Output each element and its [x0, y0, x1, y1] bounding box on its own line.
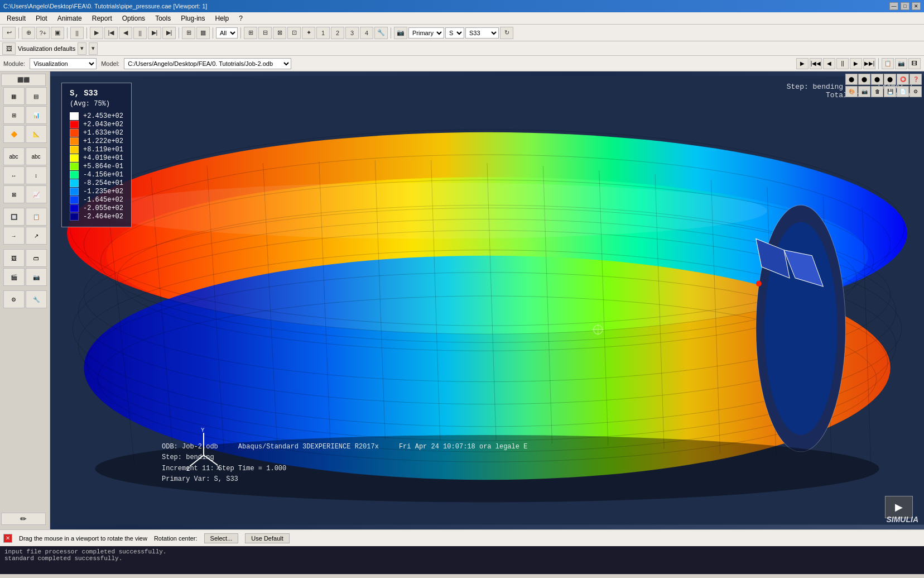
lt-btn-j2[interactable]: 📷 [26, 268, 47, 286]
lt-btn-d1[interactable]: abc [3, 147, 25, 165]
lt-btn-a1[interactable]: ▦ [3, 87, 25, 105]
vis-dropdown-btn[interactable]: ▾ [78, 42, 86, 55]
menu-plot[interactable]: Plot [31, 13, 52, 23]
lt-btn-a2[interactable]: ▤ [26, 87, 47, 105]
lt-btn-e2[interactable]: ↕ [26, 166, 47, 184]
tri-btn-11[interactable]: 📄 [897, 86, 909, 97]
lt-btn-b2[interactable]: 📊 [26, 106, 47, 124]
vis-extra-btn[interactable]: ▾ [89, 42, 98, 55]
menu-help[interactable]: Help [211, 13, 234, 23]
lt-btn-g2[interactable]: 📋 [26, 208, 47, 226]
menu-animate[interactable]: Animate [53, 13, 86, 23]
pb-next[interactable]: ▶ [850, 58, 862, 69]
restore-button[interactable]: □ [901, 2, 909, 10]
tri-btn-5[interactable]: ⭕ [897, 74, 909, 85]
tri-btn-1[interactable]: ⬤ [845, 74, 858, 85]
tb-btn-camera[interactable]: 📷 [394, 27, 407, 39]
tb-btn-prev[interactable]: ◀ [119, 27, 132, 39]
lt-btn-f2[interactable]: 📈 [26, 185, 47, 203]
pb-extra1[interactable]: 📋 [882, 58, 894, 69]
pb-last[interactable]: ▶▶| [863, 58, 875, 69]
select-button[interactable]: Select... [204, 533, 239, 543]
output-line2: standard completed successfully. [4, 555, 920, 562]
tb-btn-refresh[interactable]: ↻ [500, 27, 513, 39]
lt-btn-f1[interactable]: ⊠ [3, 185, 25, 203]
tb-btn-next[interactable]: ▶| [148, 27, 161, 39]
pb-pause[interactable]: || [836, 58, 849, 69]
tri-btn-6[interactable]: ❓ [909, 74, 922, 85]
tb-btn-cursor[interactable]: ⊕ [22, 27, 35, 39]
tb-btn-person[interactable]: 🔧 [374, 27, 388, 39]
lt-btn-k2[interactable]: 🔧 [26, 290, 47, 308]
close-button[interactable]: ✕ [912, 2, 921, 10]
primary-dropdown[interactable]: Primary [408, 27, 444, 39]
legend-value-5: +4.019e+01 [83, 154, 123, 162]
legend-color-4 [70, 146, 79, 154]
menu-report[interactable]: Report [88, 13, 117, 23]
tri-btn-2[interactable]: ⬤ [858, 74, 870, 85]
tri-btn-12[interactable]: ⚙ [909, 86, 922, 97]
tb-btn-grid[interactable]: ⊞ [182, 27, 195, 39]
tb-btn-a[interactable]: ⊞ [244, 27, 257, 39]
lt-btn-h1[interactable]: → [3, 227, 25, 245]
tb-btn-contour[interactable]: || [70, 27, 84, 39]
tb-btn-pause[interactable]: || [133, 27, 147, 39]
lt-btn-g1[interactable]: 🔲 [3, 208, 25, 226]
lt-wide-btn1[interactable]: ⬛⬛ [1, 74, 46, 86]
viewport[interactable]: S, S33 (Avg: 75%) +2.453e+02 +2.043e+02 … [50, 71, 924, 529]
all-dropdown[interactable]: All [216, 27, 238, 39]
tb-btn-query[interactable]: ?+ [36, 27, 50, 39]
pb-prev[interactable]: ◀ [823, 58, 835, 69]
tb-btn-3num[interactable]: 3 [345, 27, 359, 39]
tb-btn-last[interactable]: ▶| [162, 27, 176, 39]
menu-options[interactable]: Options [118, 13, 150, 23]
tb-btn-contour2[interactable]: ▦ [196, 27, 210, 39]
menu-question[interactable]: ? [234, 13, 247, 23]
lt-btn-b1[interactable]: ⊞ [3, 106, 25, 124]
pb-extra3[interactable]: 🎞 [908, 58, 921, 69]
tri-btn-10[interactable]: 💾 [884, 86, 896, 97]
tb-btn-1num[interactable]: 1 [316, 27, 330, 39]
use-default-button[interactable]: Use Default [245, 533, 289, 543]
s33-dropdown[interactable]: S33 [465, 27, 499, 39]
lt-btn-k1[interactable]: ⚙ [3, 290, 25, 308]
tb-btn-select[interactable]: ▣ [51, 27, 64, 39]
tb-btn-d[interactable]: ⊡ [287, 27, 301, 39]
lt-btn-c2[interactable]: 📐 [26, 125, 47, 143]
pb-extra2[interactable]: 📷 [895, 58, 907, 69]
tb-btn-c[interactable]: ⊠ [273, 27, 286, 39]
lt-btn-j1[interactable]: 🎬 [3, 268, 25, 286]
model-select[interactable]: C:/Users/Angelo/Desktop/FEA/0. Tutotrial… [124, 58, 291, 69]
lt-btn-i1[interactable]: 🖼 [3, 249, 25, 267]
s-dropdown[interactable]: S [445, 27, 464, 39]
lt-btn-d2[interactable]: abc [26, 147, 47, 165]
tb-btn-4num[interactable]: 4 [360, 27, 373, 39]
lt-btn-i2[interactable]: 🗃 [26, 249, 47, 267]
tb-btn-first[interactable]: |◀ [104, 27, 118, 39]
rotation-center-label: Rotation center: [154, 535, 198, 542]
tri-btn-7[interactable]: 🎨 [845, 86, 858, 97]
lt-pen-btn[interactable]: ✏ [1, 513, 46, 525]
tri-btn-8[interactable]: 📷 [858, 86, 870, 97]
tb-btn-e[interactable]: ✦ [302, 27, 315, 39]
tri-row1: ⬤ ⬤ ⬤ ⬤ ⭕ ❓ [845, 74, 922, 85]
menu-plugins[interactable]: Plug-ins [176, 13, 209, 23]
tri-btn-3[interactable]: ⬤ [871, 74, 883, 85]
tri-btn-9[interactable]: 🗑 [871, 86, 883, 97]
tb-btn-1[interactable]: ↩ [2, 27, 16, 39]
tb-btn-b[interactable]: ⊟ [258, 27, 272, 39]
lt-btn-h2[interactable]: ↗ [26, 227, 47, 245]
lt-btn-c1[interactable]: 🔶 [3, 125, 25, 143]
menu-result[interactable]: Result [2, 13, 30, 23]
top-right-viewport-icons: ⬤ ⬤ ⬤ ⬤ ⭕ ❓ 🎨 📷 🗑 💾 📄 ⚙ [845, 74, 922, 97]
pb-first[interactable]: |◀◀ [810, 58, 822, 69]
vis-icon[interactable]: 🖼 [2, 42, 16, 55]
tri-btn-4[interactable]: ⬤ [884, 74, 896, 85]
pb-play[interactable]: ▶ [796, 58, 808, 69]
menu-tools[interactable]: Tools [151, 13, 175, 23]
minimize-button[interactable]: — [889, 2, 898, 10]
tb-btn-play[interactable]: ▶ [90, 27, 103, 39]
lt-btn-e1[interactable]: ↔ [3, 166, 25, 184]
tb-btn-2num[interactable]: 2 [331, 27, 344, 39]
module-select[interactable]: Visualization [30, 58, 97, 69]
